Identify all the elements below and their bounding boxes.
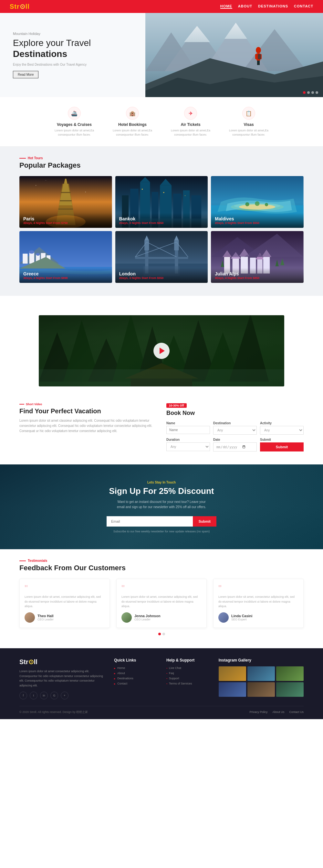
svg-rect-54 — [23, 254, 28, 264]
package-greece[interactable]: Greece 3Days, 4 Nights Start From $898 — [20, 231, 112, 283]
hero-dot-3[interactable] — [311, 91, 314, 94]
hero-subtitle: Mountain Holiday — [13, 32, 133, 36]
maldives-name: Maldives — [215, 216, 300, 221]
vacation-tag: Short Video — [20, 403, 157, 406]
date-input[interactable] — [213, 442, 257, 452]
newsletter-submit-button[interactable]: Submit — [193, 516, 216, 527]
duration-field: Duration Any — [166, 438, 210, 452]
footer-help-livechat[interactable]: Live Chat — [166, 666, 209, 670]
footer-contact-us[interactable]: Contact Us — [289, 710, 303, 714]
footer-privacy[interactable]: Privacy Policy — [249, 710, 267, 714]
insta-thumb-1[interactable] — [219, 666, 246, 681]
nav-destinations[interactable]: Destinations — [258, 4, 288, 9]
footer-help-support[interactable]: Support — [166, 677, 209, 680]
activity-field: Activity Any — [260, 422, 303, 435]
feature-hotels-desc: Lorem ipsum dolor sit amet,Ea consequunt… — [111, 128, 153, 136]
insta-thumb-3[interactable] — [276, 666, 303, 681]
svg-rect-22 — [59, 209, 73, 210]
visas-icon: 📋 — [242, 107, 255, 120]
nav-contact[interactable]: Contact — [294, 4, 313, 9]
feature-visas-title: Visas — [228, 122, 270, 127]
quote-icon-1: " — [25, 584, 105, 593]
test-quote-2: Lorem ipsum dolor sit amet, consectetur … — [121, 594, 202, 609]
newsletter-section: Lets Stay In Touch Sign Up For 25% Disco… — [0, 464, 323, 549]
name-field: Name — [166, 422, 210, 435]
hero-dot-2[interactable] — [307, 91, 310, 94]
footer-link-about[interactable]: About — [114, 672, 157, 675]
submit-button[interactable]: Submit — [260, 442, 303, 452]
svg-rect-42 — [185, 195, 185, 196]
play-button[interactable] — [153, 343, 170, 359]
insta-thumb-5[interactable] — [247, 682, 275, 697]
svg-point-25 — [36, 185, 36, 186]
footer-link-contact[interactable]: Contact — [114, 682, 157, 685]
svg-rect-20 — [61, 192, 71, 193]
booking-title: Book Now — [166, 410, 303, 416]
hero-dot-1[interactable] — [303, 91, 306, 94]
video-section — [39, 315, 284, 386]
footer-link-home[interactable]: Home — [114, 666, 157, 670]
testimonial-3: " Lorem ipsum dolor sit amet, consectetu… — [213, 579, 303, 628]
social-google[interactable]: G — [50, 692, 58, 700]
avatar-2 — [121, 612, 132, 623]
name-input[interactable] — [166, 426, 210, 434]
package-paris[interactable]: Paris 3Days, 4 Nights Start From $750 — [20, 176, 112, 228]
tickets-icon: ✈ — [184, 107, 197, 120]
hero-dot-4[interactable] — [316, 91, 318, 94]
test-name-2: Jenna Johnson — [134, 614, 160, 618]
footer-bottom: © 2020 Stroll. All rights reserved. Desi… — [20, 706, 303, 714]
social-instagram[interactable]: in — [40, 692, 48, 700]
social-pinterest[interactable]: + — [61, 692, 69, 700]
svg-point-56 — [29, 250, 34, 254]
footer-help-list: Live Chat Faq Support Terms of Services — [166, 666, 209, 685]
test-role-1: CEO Leader — [37, 618, 53, 621]
test-dot-1[interactable] — [158, 633, 161, 635]
footer-brand: Str⊙ll Lorem ipsum dolor sit amet consec… — [20, 658, 104, 700]
footer-copyright: © 2020 Stroll. All rights reserved. Desi… — [20, 710, 88, 714]
footer-instagram-title: Instagram Gallery — [219, 658, 303, 662]
newsletter-tag: Lets Stay In Touch — [20, 480, 303, 484]
footer-help-faq[interactable]: Faq — [166, 672, 209, 675]
social-facebook[interactable]: f — [20, 692, 27, 700]
footer: Str⊙ll Lorem ipsum dolor sit amet consec… — [0, 648, 323, 719]
activity-select[interactable]: Any — [260, 426, 303, 435]
feature-hotels: 🏨 Hotel Bookings Lorem ipsum dolor sit a… — [111, 107, 153, 136]
activity-label: Activity — [260, 422, 303, 425]
test-dot-2[interactable] — [163, 633, 165, 635]
packages-title: Popular Packages — [20, 161, 303, 169]
footer-help-terms[interactable]: Terms of Services — [166, 682, 209, 685]
insta-thumb-6[interactable] — [276, 682, 303, 697]
footer-quick-links-title: Quick Links — [114, 658, 157, 662]
package-maldives[interactable]: Maldives 2Days, 3 Nights Start From $550 — [211, 176, 303, 228]
duration-select[interactable]: Any — [166, 442, 210, 451]
testimonial-2: " Lorem ipsum dolor sit amet, consectetu… — [116, 579, 207, 628]
packages-tag: Hot Tours — [20, 156, 303, 160]
paris-info: 3Days, 4 Nights Start From $750 — [23, 221, 108, 225]
social-twitter[interactable]: t — [30, 692, 37, 700]
hotels-icon: 🏨 — [126, 107, 139, 120]
feature-voyages-desc: Lorem ipsum dolor sit amet,Ea consequunt… — [53, 128, 95, 136]
insta-thumb-2[interactable] — [247, 666, 275, 681]
footer-about-us[interactable]: About Us — [272, 710, 284, 714]
read-more-button[interactable]: Read More — [13, 71, 38, 78]
nav-home[interactable]: Home — [220, 4, 232, 9]
nav-about[interactable]: About — [238, 4, 252, 9]
discount-badge: 10-30% Off — [166, 403, 187, 408]
insta-thumb-4[interactable] — [219, 682, 246, 697]
footer-link-destinations[interactable]: Destinations — [114, 677, 157, 680]
package-london[interactable]: London 2Days, 3 Nights Start From $550 — [115, 231, 208, 283]
newsletter-email-input[interactable] — [107, 516, 193, 527]
svg-rect-15 — [258, 54, 261, 59]
hero-title: Explore your Travel Destinations — [13, 37, 133, 59]
video-wrapper — [0, 296, 323, 386]
booking-form: Name Destination Any Activity Any — [166, 422, 303, 452]
feature-tickets-title: Air Tickets — [170, 122, 212, 127]
package-julian-alps[interactable]: Julian Alps 3Days, 4 Nights Start From $… — [211, 231, 303, 283]
destination-select[interactable]: Any — [213, 426, 257, 435]
package-bangkok[interactable]: Bankok 2Days, 3 Nights Start From $650 — [115, 176, 208, 228]
packages-grid: Paris 3Days, 4 Nights Start From $750 — [20, 176, 303, 283]
name-label: Name — [166, 422, 210, 425]
submit-label: Submit — [260, 438, 303, 441]
hero-desc: Enjoy the Best Destinations with Our Tra… — [13, 63, 133, 66]
feature-hotels-title: Hotel Bookings — [111, 122, 153, 127]
